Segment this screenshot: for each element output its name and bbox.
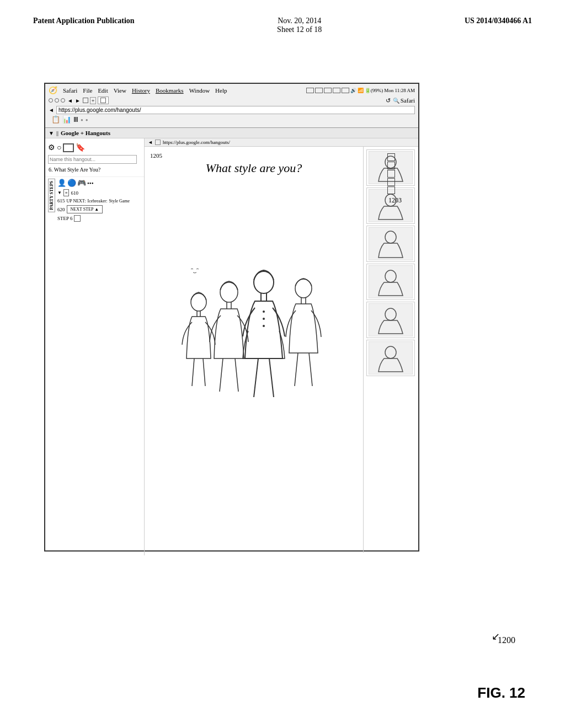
browser-tab[interactable] — [98, 97, 109, 104]
url-text[interactable]: https://plus.google.com/hangouts/ — [163, 140, 230, 145]
menu-bookmarks[interactable]: Bookmarks — [156, 87, 184, 94]
step-icon-3: 🎮 — [77, 179, 86, 188]
header-right: US 2014/0340466 A1 — [465, 17, 532, 25]
header-left: Patent Application Publication — [33, 17, 135, 25]
safari-icon: 🧭 — [49, 86, 57, 95]
style-question: What style are you? — [206, 161, 302, 175]
header-date: Nov. 20, 2014 — [278, 17, 321, 25]
svg-line-14 — [269, 358, 274, 397]
hangout-icon-bar: 📋 📊 Ⅲ ● ● — [49, 114, 415, 125]
brace-box-1 — [387, 153, 395, 161]
svg-point-21 — [263, 318, 265, 320]
status-icons: 🔊 📶 🔋(99%) Mon 11:28 AM — [306, 88, 415, 93]
hangout-main-area: ◄ https://plus.google.com/hangouts/ 1205… — [145, 138, 418, 555]
header-center: Nov. 20, 2014 Sheet 12 of 18 — [277, 17, 322, 34]
hangout-icon-5: ● — [86, 117, 88, 122]
figure-3 — [243, 270, 285, 397]
video-thumb-4[interactable] — [366, 264, 415, 300]
hangout-icon-2[interactable]: 📊 — [62, 115, 71, 124]
tab-icon — [100, 98, 106, 103]
menu-file[interactable]: File — [83, 87, 92, 94]
hangout-name-input[interactable] — [48, 155, 137, 164]
svg-rect-27 — [369, 227, 413, 260]
step-610-lines: ≡ — [65, 190, 68, 195]
menu-history[interactable]: History — [132, 87, 150, 94]
refresh-icon[interactable]: ↺ — [386, 97, 391, 104]
back-button[interactable]: ◄ — [67, 98, 73, 104]
step-icon-4: ••• — [87, 180, 94, 186]
minimize-dot[interactable] — [55, 98, 59, 103]
brace-box-2 — [387, 162, 395, 169]
ref-1203-group: 1203 — [387, 153, 402, 205]
tab-checkbox[interactable] — [83, 98, 88, 103]
forward-button[interactable]: ► — [75, 98, 81, 104]
svg-line-13 — [254, 358, 258, 397]
menu-help[interactable]: Help — [215, 87, 227, 94]
next-step-text: NEXT STEP — [71, 207, 94, 212]
browser-chrome: 🧭 Safari File Edit View History Bookmark… — [45, 84, 418, 128]
step-610-down[interactable]: ▼ — [57, 190, 62, 195]
brace-box-3 — [387, 170, 395, 178]
close-dot[interactable] — [49, 98, 53, 103]
next-step-arrow: ▲ — [94, 207, 99, 212]
video-thumb-3[interactable] — [366, 226, 415, 262]
menu-edit[interactable]: Edit — [98, 87, 108, 94]
nav-back[interactable]: ◄ — [49, 107, 54, 113]
header-sheet: Sheet 12 of 18 — [277, 25, 322, 34]
step6-checkbox[interactable] — [74, 215, 81, 222]
video-thumbnails-panel — [363, 147, 418, 553]
menu-window[interactable]: Window — [189, 87, 210, 94]
svg-line-19 — [309, 353, 312, 386]
step-615-label: 615 — [57, 198, 65, 204]
svg-line-4 — [203, 358, 205, 386]
menu-bar: 🧭 Safari File Edit View History Bookmark… — [49, 86, 415, 95]
svg-line-8 — [220, 358, 223, 392]
up-next-label: UP NEXT: — [67, 199, 86, 204]
figure-2 — [210, 281, 248, 392]
browser-mockup: 🧭 Safari File Edit View History Bookmark… — [44, 83, 419, 552]
style-game-item[interactable]: 6. What Style Are You? — [45, 165, 144, 174]
brace-box-5 — [387, 186, 395, 194]
hangout-icon-3[interactable]: Ⅲ — [73, 115, 78, 124]
page-header: Patent Application Publication Nov. 20, … — [0, 0, 565, 40]
menu-view[interactable]: View — [114, 87, 126, 94]
search-icon: 🔍 — [393, 98, 399, 104]
party-steps-label: PARTY STEPS — [48, 179, 55, 212]
main-content: 🧭 Safari File Edit View History Bookmark… — [33, 72, 532, 673]
video-thumb-6[interactable] — [366, 340, 415, 376]
sidebar-icon-3[interactable] — [63, 143, 74, 152]
step-icon-2: 🔵 — [67, 179, 76, 188]
icebreaker-label: Icebreaker: — [88, 199, 108, 204]
sidebar-icon-2[interactable]: ○ — [57, 143, 61, 152]
step-620-label: 620 — [57, 207, 65, 212]
address-bar[interactable] — [56, 106, 415, 114]
google-search[interactable]: 🔍 Safari — [393, 97, 415, 104]
tab-separator: || — [56, 130, 58, 136]
tabs-bar: ▼ || Google + Hangouts — [45, 128, 418, 138]
fashion-svg — [166, 259, 342, 469]
step6-label: STEP 6 — [57, 216, 72, 221]
ref-1203-label: 1203 — [388, 196, 402, 205]
svg-line-18 — [295, 353, 298, 386]
google-label: Safari — [401, 97, 415, 104]
ref-1200-label: 1200 — [498, 635, 515, 645]
next-step-button[interactable]: NEXT STEP ▲ — [67, 205, 103, 213]
url-back[interactable]: ◄ — [148, 140, 153, 145]
hangout-icon-1[interactable]: 📋 — [51, 115, 60, 124]
tab-down-arrow[interactable]: ▼ — [49, 130, 54, 136]
menu-safari[interactable]: Safari — [63, 87, 77, 94]
sidebar-icon-4[interactable]: 🔖 — [76, 143, 85, 152]
video-thumb-5[interactable] — [366, 302, 415, 338]
svg-point-20 — [263, 311, 265, 313]
sidebar-icon-1[interactable]: ⚙ — [48, 143, 55, 152]
brace-box-4 — [387, 178, 395, 186]
svg-line-3 — [192, 358, 194, 386]
google-hangouts-tab[interactable]: Google + Hangouts — [61, 130, 110, 136]
svg-point-22 — [263, 325, 265, 327]
maximize-dot[interactable] — [61, 98, 65, 103]
svg-line-9 — [235, 358, 238, 392]
party-steps: PARTY STEPS 👤 🔵 🎮 ••• — [45, 176, 144, 223]
ref-1205: 1205 — [150, 152, 162, 159]
window-controls[interactable] — [49, 98, 65, 103]
tab-plus[interactable]: + — [90, 97, 97, 104]
